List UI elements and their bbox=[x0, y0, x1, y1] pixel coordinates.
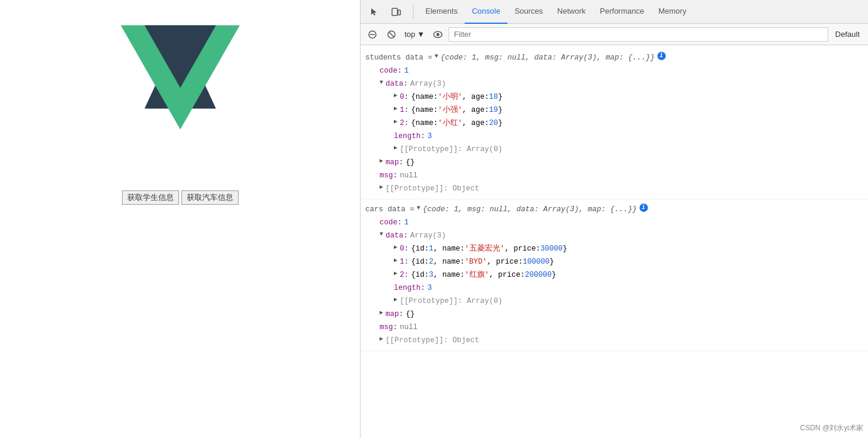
console-output: students data = ▼ {code: 1, msg: null, d… bbox=[361, 45, 868, 438]
students-item0-row: ▶ 0: {name: '小明', age: 18} bbox=[365, 90, 863, 104]
students-label: students data = bbox=[365, 52, 433, 64]
item1-arrow[interactable]: ▶ bbox=[394, 104, 397, 114]
cars-label: cars data = bbox=[365, 204, 415, 215]
cars-obj-proto-arrow[interactable]: ▶ bbox=[380, 334, 383, 344]
cars-map-row: ▶ map: {} bbox=[365, 308, 863, 321]
tab-sources[interactable]: Sources bbox=[507, 0, 550, 24]
students-item1-row: ▶ 1: {name: '小强', age: 19} bbox=[365, 104, 863, 117]
students-summary: {code: 1, msg: null, data: Array(3), map… bbox=[441, 52, 655, 64]
students-main-row: students data = ▼ {code: 1, msg: null, d… bbox=[365, 51, 863, 64]
students-obj-proto-arrow[interactable]: ▶ bbox=[380, 183, 383, 192]
tab-console[interactable]: Console bbox=[465, 0, 507, 24]
item0-arrow[interactable]: ▶ bbox=[394, 91, 397, 101]
tab-elements[interactable]: Elements bbox=[418, 0, 465, 24]
app-panel: 获取学生信息 获取汽车信息 bbox=[0, 0, 360, 438]
devtools-panel: Elements Console Sources Network Perform… bbox=[360, 0, 868, 438]
cars-map-arrow[interactable]: ▶ bbox=[380, 308, 383, 318]
cars-summary: {code: 1, msg: null, data: Array(3), map… bbox=[423, 204, 637, 215]
students-info-icon[interactable]: i bbox=[657, 52, 666, 60]
clear-console-button[interactable] bbox=[364, 26, 381, 43]
students-code-row: code: 1 bbox=[365, 64, 863, 77]
cars-item2-arrow[interactable]: ▶ bbox=[394, 269, 397, 279]
vue-logo bbox=[121, 24, 240, 131]
cars-msg-row: msg: null bbox=[365, 321, 863, 334]
cars-proto-arrow[interactable]: ▶ bbox=[394, 295, 397, 305]
cars-proto-row: ▶ [[Prototype]]: Array(0) bbox=[365, 295, 863, 308]
students-proto-arrow[interactable]: ▶ bbox=[394, 143, 397, 153]
students-arrow[interactable]: ▼ bbox=[435, 52, 438, 61]
students-length-row: length: 3 bbox=[365, 130, 863, 143]
svg-rect-4 bbox=[392, 8, 397, 15]
cars-data-row: ▼ data: Array(3) bbox=[365, 229, 863, 242]
students-item2-row: ▶ 2: {name: '小红', age: 20} bbox=[365, 117, 863, 130]
cursor-icon[interactable] bbox=[365, 2, 384, 21]
svg-line-9 bbox=[389, 32, 394, 37]
cars-info-icon[interactable]: i bbox=[640, 204, 648, 212]
filter-input[interactable] bbox=[449, 27, 828, 42]
svg-rect-5 bbox=[398, 10, 400, 15]
context-label: top bbox=[405, 30, 415, 39]
students-obj-proto-row: ▶ [[Prototype]]: Object bbox=[365, 182, 863, 195]
cars-obj-proto-row: ▶ [[Prototype]]: Object bbox=[365, 334, 863, 347]
item2-arrow[interactable]: ▶ bbox=[394, 117, 397, 127]
button-group: 获取学生信息 获取汽车信息 bbox=[122, 190, 239, 205]
default-label: Default bbox=[831, 30, 864, 39]
students-msg-row: msg: null bbox=[365, 169, 863, 182]
students-proto-row: ▶ [[Prototype]]: Array(0) bbox=[365, 143, 863, 156]
cars-item2-row: ▶ 2: {id: 3, name: '红旗', price: 200000} bbox=[365, 268, 863, 281]
block-icon[interactable] bbox=[383, 26, 400, 43]
context-selector[interactable]: top ▼ bbox=[402, 29, 427, 40]
cars-item1-row: ▶ 1: {id: 2, name: 'BYD', price: 100000} bbox=[365, 255, 863, 268]
cars-entry: cars data = ▼ {code: 1, msg: null, data:… bbox=[361, 199, 868, 351]
context-arrow: ▼ bbox=[417, 30, 425, 39]
cars-item1-arrow[interactable]: ▶ bbox=[394, 256, 397, 265]
cars-data-arrow[interactable]: ▼ bbox=[380, 230, 383, 239]
tab-network[interactable]: Network bbox=[550, 0, 593, 24]
devtools-tab-bar: Elements Console Sources Network Perform… bbox=[361, 0, 868, 24]
cars-length-row: length: 3 bbox=[365, 281, 863, 295]
get-cars-button[interactable]: 获取汽车信息 bbox=[181, 190, 239, 205]
tab-memory[interactable]: Memory bbox=[651, 0, 694, 24]
cars-item0-row: ▶ 0: {id: 1, name: '五菱宏光', price: 30000} bbox=[365, 242, 863, 255]
students-data-row: ▼ data: Array(3) bbox=[365, 77, 863, 90]
svg-point-11 bbox=[436, 33, 439, 36]
tab-performance[interactable]: Performance bbox=[593, 0, 651, 24]
cars-main-row: cars data = ▼ {code: 1, msg: null, data:… bbox=[365, 203, 863, 216]
console-toolbar: top ▼ Default bbox=[361, 24, 868, 45]
cars-arrow[interactable]: ▼ bbox=[417, 204, 421, 213]
students-map-row: ▶ map: {} bbox=[365, 156, 863, 169]
students-entry: students data = ▼ {code: 1, msg: null, d… bbox=[361, 48, 868, 199]
tab-separator bbox=[413, 5, 413, 19]
cars-item0-arrow[interactable]: ▶ bbox=[394, 243, 397, 252]
get-students-button[interactable]: 获取学生信息 bbox=[122, 190, 179, 205]
eye-icon[interactable] bbox=[430, 26, 446, 43]
cars-code-row: code: 1 bbox=[365, 216, 863, 229]
watermark: CSDN @刘水yi术家 bbox=[800, 423, 863, 433]
device-icon[interactable] bbox=[387, 2, 406, 21]
students-map-arrow[interactable]: ▶ bbox=[380, 157, 383, 166]
students-data-arrow[interactable]: ▼ bbox=[380, 78, 383, 87]
